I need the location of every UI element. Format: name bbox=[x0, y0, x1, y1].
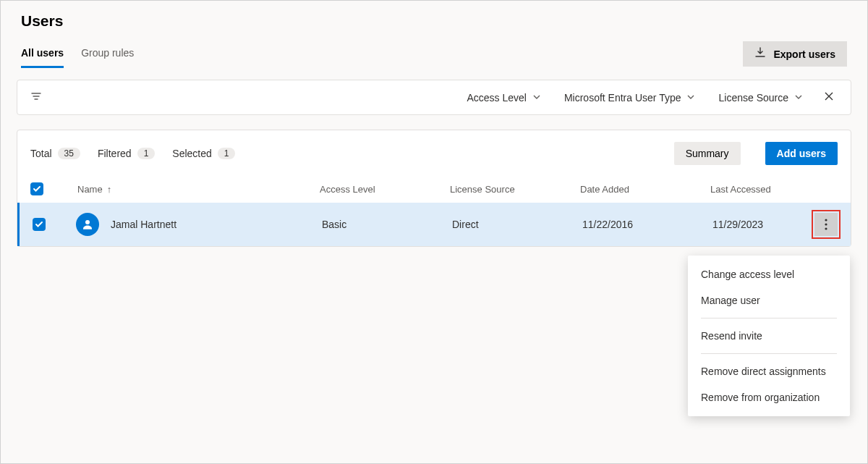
menu-change-access-level[interactable]: Change access level bbox=[688, 261, 850, 287]
column-last-accessed[interactable]: Last Accessed bbox=[710, 184, 794, 195]
export-users-label: Export users bbox=[773, 48, 835, 60]
row-name: Jamal Hartnett bbox=[111, 219, 176, 230]
filter-license-source-label: License Source bbox=[718, 92, 788, 104]
sort-ascending-icon: ↑ bbox=[107, 184, 112, 195]
row-checkbox[interactable] bbox=[33, 218, 46, 231]
counts-row: Total 35 Filtered 1 Selected 1 Summary A… bbox=[17, 130, 851, 177]
column-name-label: Name bbox=[77, 184, 103, 195]
total-label: Total bbox=[30, 148, 52, 159]
column-date-added[interactable]: Date Added bbox=[580, 184, 710, 195]
total-count: Total 35 bbox=[30, 148, 80, 159]
download-icon bbox=[754, 47, 766, 61]
svg-point-0 bbox=[85, 220, 90, 224]
menu-resend-invite[interactable]: Resend invite bbox=[688, 323, 850, 349]
row-last-accessed: 11/29/2023 bbox=[712, 219, 794, 230]
users-table: Total 35 Filtered 1 Selected 1 Summary A… bbox=[17, 130, 851, 247]
row-context-menu: Change access level Manage user Resend i… bbox=[688, 256, 850, 416]
row-more-actions-button[interactable] bbox=[814, 213, 838, 236]
export-users-button[interactable]: Export users bbox=[743, 41, 847, 67]
filtered-label: Filtered bbox=[98, 148, 132, 159]
add-users-button[interactable]: Add users bbox=[765, 142, 838, 165]
chevron-down-icon bbox=[794, 92, 803, 104]
clear-filters-button[interactable] bbox=[820, 88, 838, 107]
filter-bar: Access Level Microsoft Entra User Type L… bbox=[17, 80, 851, 115]
filtered-count: Filtered 1 bbox=[98, 148, 155, 159]
svg-point-2 bbox=[825, 223, 827, 225]
total-value: 35 bbox=[58, 148, 80, 159]
tab-all-users[interactable]: All users bbox=[21, 47, 64, 68]
tab-group-rules[interactable]: Group rules bbox=[81, 47, 134, 68]
menu-divider bbox=[701, 318, 837, 319]
column-access-level[interactable]: Access Level bbox=[320, 184, 450, 195]
column-name[interactable]: Name ↑ bbox=[74, 184, 320, 195]
row-license-source: Direct bbox=[452, 219, 582, 230]
selected-count: Selected 1 bbox=[172, 148, 235, 159]
filter-access-level-label: Access Level bbox=[467, 92, 526, 104]
filter-access-level[interactable]: Access Level bbox=[461, 89, 546, 106]
table-header: Name ↑ Access Level License Source Date … bbox=[17, 177, 851, 203]
table-row[interactable]: Jamal Hartnett Basic Direct 11/22/2016 1… bbox=[17, 203, 851, 246]
avatar bbox=[76, 213, 99, 236]
filter-license-source[interactable]: License Source bbox=[712, 89, 809, 106]
chevron-down-icon bbox=[686, 92, 695, 104]
row-date-added: 11/22/2016 bbox=[582, 219, 712, 230]
menu-manage-user[interactable]: Manage user bbox=[688, 287, 850, 313]
svg-point-1 bbox=[825, 219, 827, 221]
menu-remove-direct-assignments[interactable]: Remove direct assignments bbox=[688, 358, 850, 384]
tabs: All users Group rules bbox=[21, 47, 134, 68]
menu-remove-from-organization[interactable]: Remove from organization bbox=[688, 384, 850, 410]
column-license-source[interactable]: License Source bbox=[450, 184, 580, 195]
filter-entra-label: Microsoft Entra User Type bbox=[564, 92, 681, 104]
page-title: Users bbox=[21, 12, 847, 30]
select-all-checkbox[interactable] bbox=[30, 182, 43, 195]
filter-entra-user-type[interactable]: Microsoft Entra User Type bbox=[558, 89, 702, 106]
filtered-value: 1 bbox=[137, 148, 156, 159]
row-access-level: Basic bbox=[322, 219, 452, 230]
selected-value: 1 bbox=[218, 148, 236, 159]
menu-divider bbox=[701, 353, 837, 354]
filter-icon[interactable] bbox=[30, 90, 42, 104]
svg-point-3 bbox=[825, 227, 827, 229]
summary-button[interactable]: Summary bbox=[674, 142, 741, 165]
selected-label: Selected bbox=[172, 148, 211, 159]
chevron-down-icon bbox=[532, 92, 541, 104]
